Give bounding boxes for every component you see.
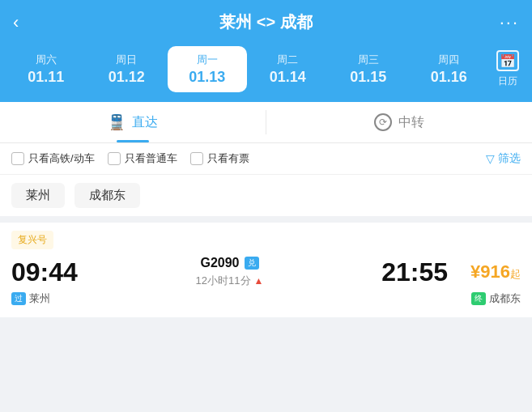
tab-date: 01.13 xyxy=(189,69,225,86)
train-middle: G2090 兑 12小时11分 ▲ xyxy=(92,256,367,288)
filter-more-label: 筛选 xyxy=(498,151,521,166)
calendar-icon: 📅 xyxy=(496,50,519,71)
train-sub-row: 过 莱州 终 成都东 xyxy=(11,291,521,306)
train-exchange-tag: 兑 xyxy=(245,257,259,270)
depart-station-tag[interactable]: 莱州 xyxy=(11,183,65,208)
train-number-row: G2090 兑 xyxy=(200,256,258,270)
filter-row: 只看高铁/动车 只看普通车 只看有票 ▽ 筛选 xyxy=(0,143,532,175)
train-card[interactable]: 复兴号 09:44 G2090 兑 12小时11分 ▲ 21:55 ¥916起 … xyxy=(0,223,532,317)
arrive-time: 21:55 xyxy=(367,257,448,287)
train-price: ¥916起 xyxy=(448,261,521,282)
date-tab-01.12[interactable]: 周日 01.12 xyxy=(87,46,167,92)
mode-tabs: 🚆 直达 ⟳ 中转 xyxy=(0,102,532,143)
date-tab-01.13[interactable]: 周一 01.13 xyxy=(168,46,247,92)
arrive-station-name: 成都东 xyxy=(489,291,521,306)
filter-available-checkbox[interactable] xyxy=(190,152,203,165)
price-suffix: 起 xyxy=(510,268,521,280)
filter-normal[interactable]: 只看普通车 xyxy=(108,151,177,166)
train-list: 复兴号 09:44 G2090 兑 12小时11分 ▲ 21:55 ¥916起 … xyxy=(0,223,532,317)
filter-funnel-icon: ▽ xyxy=(486,152,495,165)
arrive-station-tag[interactable]: 成都东 xyxy=(74,183,140,208)
more-button[interactable]: ··· xyxy=(495,12,519,33)
header: ‹ 莱州 <> 成都 ··· xyxy=(0,0,532,43)
price-value: ¥916 xyxy=(470,261,510,282)
calendar-button[interactable]: 📅 日历 xyxy=(490,47,526,91)
filter-more-button[interactable]: ▽ 筛选 xyxy=(486,151,521,166)
tab-date: 01.12 xyxy=(109,69,145,86)
date-tab-01.11[interactable]: 周六 01.11 xyxy=(6,46,86,92)
tab-weekday: 周四 xyxy=(438,53,459,67)
train-type-badge: 复兴号 xyxy=(11,231,53,249)
tab-direct-label: 直达 xyxy=(132,114,158,131)
tab-weekday: 周日 xyxy=(116,53,137,67)
depart-station-label: 过 莱州 xyxy=(11,291,50,306)
date-tabs: 周六 01.11 周日 01.12 周一 01.13 周二 01.14 周三 0… xyxy=(6,46,488,92)
calendar-label: 日历 xyxy=(498,74,517,88)
tab-transfer[interactable]: ⟳ 中转 xyxy=(266,102,532,142)
train-main-row: 09:44 G2090 兑 12小时11分 ▲ 21:55 ¥916起 xyxy=(11,256,521,288)
page-title: 莱州 <> 成都 xyxy=(37,11,495,33)
arrive-station-label: 终 成都东 xyxy=(471,291,521,306)
depart-station-name: 莱州 xyxy=(29,291,50,306)
filter-available[interactable]: 只看有票 xyxy=(190,151,249,166)
tab-date: 01.14 xyxy=(270,69,306,86)
trending-icon: ▲ xyxy=(254,275,264,287)
filter-highspeed-label: 只看高铁/动车 xyxy=(28,151,95,166)
duration-text: 12小时11分 xyxy=(196,274,251,288)
date-tab-01.16[interactable]: 周四 01.16 xyxy=(410,46,489,92)
tab-weekday: 周三 xyxy=(358,53,379,67)
depart-time: 09:44 xyxy=(11,257,92,287)
filter-normal-label: 只看普通车 xyxy=(125,151,177,166)
tab-weekday: 周二 xyxy=(277,53,298,67)
filter-highspeed[interactable]: 只看高铁/动车 xyxy=(11,151,95,166)
station-row: 莱州 成都东 xyxy=(0,175,532,223)
tab-weekday: 周六 xyxy=(36,53,57,67)
tab-date: 01.16 xyxy=(431,69,467,86)
tab-direct[interactable]: 🚆 直达 xyxy=(0,102,266,142)
date-tab-01.15[interactable]: 周三 01.15 xyxy=(329,46,408,92)
back-button[interactable]: ‹ xyxy=(13,12,37,33)
tab-date: 01.11 xyxy=(28,69,64,86)
filter-highspeed-checkbox[interactable] xyxy=(11,152,24,165)
date-tab-01.14[interactable]: 周二 01.14 xyxy=(249,46,328,92)
train-icon: 🚆 xyxy=(108,113,126,131)
duration-row: 12小时11分 ▲ xyxy=(196,274,264,288)
tab-date: 01.15 xyxy=(350,69,386,86)
tab-weekday: 周一 xyxy=(197,53,218,67)
depart-type-dot: 过 xyxy=(11,292,26,305)
tab-transfer-label: 中转 xyxy=(398,114,424,131)
arrive-type-dot: 终 xyxy=(471,292,486,305)
date-bar: 周六 01.11 周日 01.12 周一 01.13 周二 01.14 周三 0… xyxy=(0,43,532,102)
train-number: G2090 xyxy=(200,256,239,270)
transfer-icon: ⟳ xyxy=(374,113,392,131)
filter-available-label: 只看有票 xyxy=(207,151,249,166)
filter-normal-checkbox[interactable] xyxy=(108,152,121,165)
